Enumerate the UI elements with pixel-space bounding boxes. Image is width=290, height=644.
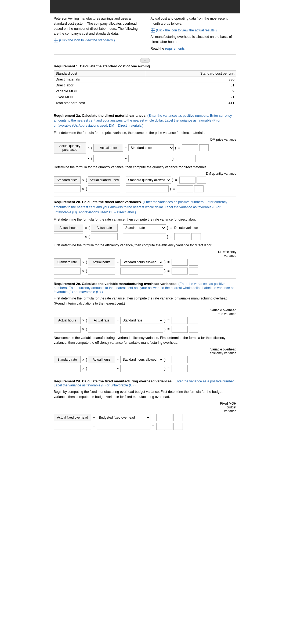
fmoh-afo-label: Actual fixed overhead bbox=[54, 414, 91, 421]
dm-aqp-value[interactable] bbox=[54, 155, 86, 162]
req2a-section: Requirement 2a. Calculate the direct mat… bbox=[54, 113, 236, 193]
vmoh-ah-val[interactable] bbox=[54, 326, 81, 333]
dl-eff-v1[interactable] bbox=[172, 268, 188, 275]
dm-price-result-label-row: DM price variance bbox=[54, 138, 236, 141]
dm-ap-value[interactable] bbox=[93, 155, 123, 162]
collapse-button[interactable]: ··· bbox=[140, 58, 150, 63]
dm-qty-val2[interactable] bbox=[194, 185, 204, 192]
dm-aqu-label: Actual quantity used bbox=[88, 176, 120, 184]
dm-sp-value[interactable] bbox=[128, 155, 171, 162]
intro-left-para1: Peterson Awning manufactures awnings and… bbox=[54, 16, 140, 36]
req2d-title: Requirement 2d. Calculate the fixed manu… bbox=[54, 379, 236, 387]
svg-rect-7 bbox=[153, 31, 155, 32]
dm-price-result2[interactable] bbox=[199, 144, 209, 151]
intro-left: Peterson Awning manufactures awnings and… bbox=[54, 16, 140, 51]
row-label: Direct materials bbox=[54, 76, 145, 82]
dm-qty-dropdown[interactable]: Standard quantity allowed Actual quantit… bbox=[126, 177, 171, 184]
intro-right-link1[interactable]: (Click the icon to view the actual resul… bbox=[151, 28, 237, 33]
dl-eff-dropdown[interactable]: Standard hours allowed Actual hours Stan… bbox=[120, 259, 163, 266]
fmoh-budget-result2[interactable] bbox=[173, 414, 183, 421]
intro-section: Peterson Awning manufactures awnings and… bbox=[54, 16, 236, 55]
dl-input[interactable] bbox=[213, 83, 234, 87]
dl-ah2-val[interactable] bbox=[88, 268, 115, 275]
dl-eff-formula-values: × ( − ) = bbox=[54, 268, 236, 275]
dl-sha-val[interactable] bbox=[120, 268, 163, 275]
dl-rate-v2[interactable] bbox=[191, 233, 201, 240]
collapse-section: ··· bbox=[54, 58, 236, 63]
vmoh-sr-val[interactable] bbox=[120, 326, 163, 333]
dm-sqa-val[interactable] bbox=[126, 185, 169, 192]
op1: × bbox=[87, 146, 90, 150]
dl-ah2-label: Actual hours bbox=[88, 258, 115, 266]
dm-sp-val[interactable] bbox=[54, 185, 81, 192]
svg-rect-6 bbox=[151, 31, 153, 32]
vmoh-rate-v1[interactable] bbox=[172, 326, 188, 333]
dm-qty-result-label-row: DM quantity variance bbox=[54, 172, 236, 175]
dl-eff-result1[interactable] bbox=[172, 259, 188, 266]
vmoh-input[interactable] bbox=[213, 89, 234, 93]
vmoh-eff-v2[interactable] bbox=[189, 365, 198, 372]
table-row: Direct materials bbox=[54, 76, 236, 82]
fmoh-input[interactable] bbox=[213, 95, 234, 99]
paren-close1: ) bbox=[175, 146, 176, 150]
vmoh-eff-result2[interactable] bbox=[189, 356, 198, 363]
vmoh-rate-result1[interactable] bbox=[172, 317, 188, 324]
dl-eff-result2[interactable] bbox=[189, 259, 198, 266]
dm-price-val1[interactable] bbox=[180, 155, 196, 162]
fmoh-budget-v1[interactable] bbox=[156, 423, 172, 430]
std-cost-table: Standard cost Standard cost per unit Dir… bbox=[54, 70, 236, 106]
standards-link[interactable]: (Click the icon to view the standards.) bbox=[59, 38, 115, 43]
requirements-link[interactable]: requirements bbox=[165, 47, 185, 50]
dm-price-result1[interactable] bbox=[182, 144, 198, 151]
dm-price-result-label: DM price variance bbox=[209, 138, 236, 141]
req2b-title: Requirement 2b. Calculate the direct lab… bbox=[54, 200, 236, 215]
dl-rate-intro: First determine the formula for the rate… bbox=[54, 217, 236, 222]
eq1: = bbox=[177, 146, 181, 150]
dl-sr2-val[interactable] bbox=[54, 268, 81, 275]
fmoh-budget-v2[interactable] bbox=[173, 423, 183, 430]
dm-aqu-val[interactable] bbox=[88, 185, 120, 192]
dm-input[interactable] bbox=[213, 77, 234, 81]
fmoh-budget-dropdown[interactable]: Budgeted fixed overhead Actual fixed ove… bbox=[97, 414, 150, 421]
dl-rate-dropdown[interactable]: Standard rate Actual rate Standard hours… bbox=[123, 224, 166, 231]
dm-qty-result2[interactable] bbox=[197, 177, 206, 184]
fmoh-bfo-val[interactable] bbox=[97, 423, 150, 430]
req2c-title: Requirement 2c. Calculate the variable m… bbox=[54, 282, 236, 294]
vmoh-eff-v1[interactable] bbox=[172, 365, 188, 372]
vmoh-ah2-val[interactable] bbox=[88, 365, 115, 372]
dm-qty-val1[interactable] bbox=[177, 185, 193, 192]
total-input[interactable] bbox=[213, 101, 234, 105]
svg-rect-3 bbox=[56, 41, 58, 42]
dl-ah-val[interactable] bbox=[54, 233, 83, 240]
fmoh-budget-result1[interactable] bbox=[156, 414, 172, 421]
vmoh-sha-val[interactable] bbox=[120, 365, 163, 372]
dl-rate-v1[interactable] bbox=[174, 233, 190, 240]
dm-qty-result1[interactable] bbox=[179, 177, 195, 184]
dl-ah-label: Actual hours bbox=[54, 224, 83, 232]
fmoh-afo-val[interactable] bbox=[54, 423, 91, 430]
dm-price-formula-labels: Actual quantitypurchased × ( Actual pric… bbox=[54, 142, 236, 153]
actual-link[interactable]: (Click the icon to view the actual resul… bbox=[156, 28, 217, 33]
dm-qty-formula-values: × ( − ) = bbox=[54, 185, 236, 192]
vmoh-ar-val[interactable] bbox=[88, 326, 115, 333]
vmoh-eff-dropdown[interactable]: Standard hours allowed Actual hours Stan… bbox=[120, 356, 163, 363]
dl-sr-val[interactable] bbox=[123, 233, 166, 240]
vmoh-rate-result2[interactable] bbox=[189, 317, 198, 324]
intro-right-para1: Actual cost and operating data from the … bbox=[151, 16, 237, 26]
dl-rate-result-label: DL rate variance bbox=[174, 226, 198, 230]
dl-ar-val[interactable] bbox=[91, 233, 118, 240]
vmoh-rate-formula-labels: Actual hours × ( Actual rate − Standard … bbox=[54, 317, 236, 324]
vmoh-rate-v2[interactable] bbox=[189, 326, 198, 333]
intro-left-link[interactable]: (Click the icon to view the standards.) bbox=[54, 38, 140, 43]
dl-eff-v2[interactable] bbox=[189, 268, 198, 275]
dm-price-val2[interactable] bbox=[197, 155, 206, 162]
op2: − bbox=[124, 146, 127, 150]
vmoh-rate-dropdown[interactable]: Standard rate Actual rate Standard hours… bbox=[120, 317, 163, 324]
dm-price-dropdown[interactable]: Standard price Actual price Standard qua… bbox=[128, 144, 174, 151]
vmoh-eff-result1[interactable] bbox=[172, 356, 188, 363]
fmoh-budget-result-label: Fixed MOHbudgetvariance bbox=[220, 402, 236, 413]
dl-sr-label: Standard rate bbox=[54, 258, 81, 266]
dm-qty-section: Determine the formula for the quantity v… bbox=[54, 165, 236, 193]
vmoh-rate-intro: First determine the formula for the rate… bbox=[54, 296, 236, 306]
vmoh-sr2-val[interactable] bbox=[54, 365, 81, 372]
